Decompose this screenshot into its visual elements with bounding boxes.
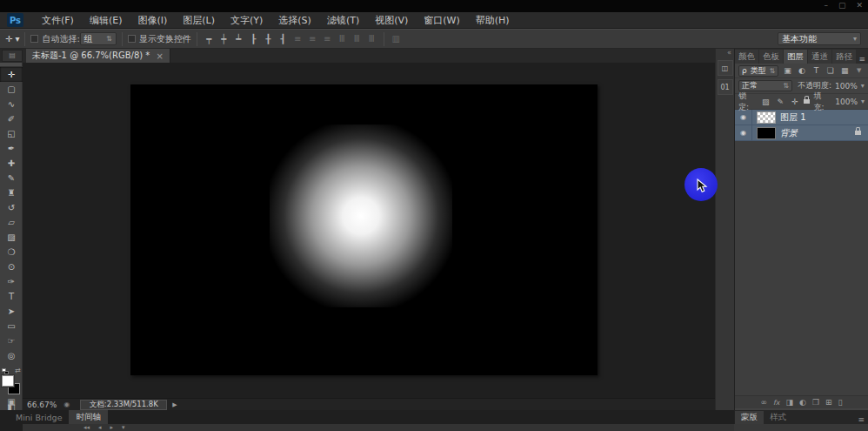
pen-tool[interactable]: ✑ — [0, 274, 23, 289]
close-button[interactable]: ✕ — [856, 1, 863, 10]
quick-selection-tool[interactable]: ✐ — [0, 111, 23, 126]
tab-styles[interactable]: 样式 — [764, 411, 792, 424]
visibility-toggle[interactable]: ◉ — [735, 125, 752, 141]
swap-colors-icon[interactable]: ⇄ — [15, 367, 21, 374]
histogram-panel-button[interactable]: ◫ — [718, 60, 733, 76]
menu-filter[interactable]: 滤镜(T) — [319, 13, 367, 28]
tab-color[interactable]: 颜色 — [735, 50, 758, 64]
status-flyout-icon[interactable]: ▶ — [172, 401, 177, 408]
delete-layer-icon[interactable]: ▯ — [838, 398, 843, 407]
lock-position-icon[interactable]: ✛ — [790, 98, 801, 106]
filter-smart-object-icon[interactable]: ▦ — [839, 66, 850, 75]
hand-tool[interactable]: ☞ — [0, 333, 23, 348]
align-vertical-centers-icon[interactable]: ┿ — [217, 34, 230, 44]
menu-layer[interactable]: 图层(L) — [175, 13, 223, 28]
align-left-edges-icon[interactable]: ┠ — [247, 34, 260, 44]
menu-image[interactable]: 图像(I) — [130, 13, 175, 28]
workspace-switcher[interactable]: 基本功能 ▾ — [778, 32, 861, 45]
align-right-edges-icon[interactable]: ┨ — [277, 34, 290, 44]
visibility-toggle[interactable]: ◉ — [735, 110, 752, 125]
link-layers-icon[interactable]: ∞ — [760, 398, 767, 407]
filter-type-icon[interactable]: T — [811, 66, 821, 75]
dodge-tool[interactable]: ⊙ — [0, 259, 23, 274]
zoom-percentage[interactable]: 66.67% — [27, 401, 57, 409]
menu-view[interactable]: 视图(V) — [367, 13, 416, 28]
auto-select-checkbox[interactable] — [30, 35, 38, 43]
zoom-tool[interactable]: ◎ — [0, 348, 23, 363]
foreground-color-swatch[interactable] — [2, 375, 14, 387]
panel-menu-icon[interactable]: ≡ — [858, 55, 868, 64]
tab-timeline[interactable]: 时间轴 — [69, 410, 108, 424]
info-panel-button[interactable]: 01 — [718, 79, 733, 95]
layer-thumbnail[interactable] — [757, 127, 776, 139]
distribute-vcenter-icon[interactable]: ≡ — [306, 34, 319, 44]
menu-window[interactable]: 窗口(W) — [416, 13, 467, 28]
layer-name[interactable]: 图层 1 — [780, 111, 806, 124]
auto-align-icon[interactable]: ▥ — [390, 34, 403, 44]
clone-stamp-tool[interactable]: ♜ — [0, 185, 23, 200]
show-transform-checkbox[interactable] — [128, 35, 136, 43]
distribute-bottom-icon[interactable]: ≡ — [321, 34, 334, 44]
screen-mode-button[interactable]: ▣ — [0, 394, 23, 408]
menu-type[interactable]: 文字(Y) — [223, 13, 270, 28]
filter-kind-dropdown[interactable]: ρ 类型 ⇅ — [738, 65, 778, 77]
type-tool[interactable]: T — [0, 289, 23, 304]
prev-frame-icon[interactable]: ◂ — [98, 424, 102, 431]
tab-paths[interactable]: 路径 — [832, 50, 856, 64]
gradient-tool[interactable]: ▨ — [0, 230, 23, 245]
minimize-button[interactable]: – — [824, 1, 828, 10]
lock-transparency-icon[interactable]: ▨ — [760, 98, 771, 106]
distribute-hcenter-icon[interactable]: Ⅲ — [351, 34, 364, 44]
filter-adjustment-icon[interactable]: ◐ — [797, 66, 807, 75]
new-layer-icon[interactable]: ⊞ — [825, 398, 832, 407]
fill-value[interactable]: 100% — [835, 98, 858, 106]
distribute-right-icon[interactable]: Ⅲ — [365, 34, 378, 44]
distribute-left-icon[interactable]: Ⅲ — [336, 34, 349, 44]
layer-style-icon[interactable]: fx — [773, 399, 780, 407]
brush-tool[interactable]: ✎ — [0, 171, 23, 185]
align-horizontal-centers-icon[interactable]: ╂ — [262, 34, 275, 44]
tab-masks[interactable]: 蒙版 — [735, 411, 764, 424]
tab-list-button[interactable]: ▤ — [2, 50, 23, 62]
filter-shape-icon[interactable]: ❏ — [825, 66, 836, 75]
crop-tool[interactable]: ◱ — [0, 126, 23, 141]
lock-all-icon[interactable] — [804, 99, 810, 104]
lasso-tool[interactable]: ∿ — [0, 97, 23, 111]
align-bottom-edges-icon[interactable]: ┷ — [232, 34, 245, 44]
blur-tool[interactable]: ❍ — [0, 245, 23, 259]
tool-preset-picker[interactable]: ✛ ▾ — [5, 34, 19, 44]
dropdown-icon[interactable]: ▾ — [122, 424, 125, 431]
filter-toggle-icon[interactable]: ▼ — [854, 67, 865, 74]
layer-mask-icon[interactable]: ◨ — [786, 398, 794, 407]
layer-thumbnail[interactable] — [757, 111, 776, 124]
restore-button[interactable]: ▢ — [838, 1, 846, 10]
menu-file[interactable]: 文件(F) — [34, 13, 82, 28]
auto-select-target-dropdown[interactable]: 组 ⇅ — [80, 32, 117, 45]
lock-paint-icon[interactable]: ✎ — [775, 98, 786, 106]
panel-menu-icon[interactable]: ≡ — [858, 415, 868, 424]
document-info[interactable]: 文档:2.33M/511.8K — [80, 400, 167, 410]
first-frame-icon[interactable]: ◂◂ — [83, 424, 90, 431]
chevron-down-icon[interactable]: ▾ — [861, 98, 865, 105]
chevron-down-icon[interactable]: ▾ — [861, 82, 865, 90]
align-top-edges-icon[interactable]: ┯ — [203, 34, 216, 44]
healing-brush-tool[interactable]: ✚ — [0, 156, 23, 171]
path-selection-tool[interactable]: ➤ — [0, 304, 23, 319]
new-group-icon[interactable]: ❐ — [812, 398, 819, 407]
menu-edit[interactable]: 编辑(E) — [82, 13, 130, 28]
expand-panels-icon[interactable]: « — [716, 49, 734, 57]
default-colors-button[interactable] — [2, 368, 9, 374]
document-canvas[interactable] — [130, 84, 598, 375]
distribute-top-icon[interactable]: ≡ — [291, 34, 304, 44]
eraser-tool[interactable]: ▱ — [0, 215, 23, 230]
tab-mini-bridge[interactable]: Mini Bridge — [9, 410, 69, 424]
move-tool[interactable]: ✛ — [0, 67, 23, 82]
tab-channels[interactable]: 通道 — [808, 50, 831, 64]
layer-row-background[interactable]: ◉ 背景 — [735, 125, 868, 141]
filter-image-icon[interactable]: ▣ — [782, 66, 792, 75]
tab-layers[interactable]: 图层 — [784, 50, 807, 64]
history-brush-tool[interactable]: ↺ — [0, 200, 23, 215]
tab-swatches[interactable]: 色板 — [759, 50, 783, 64]
menu-select[interactable]: 选择(S) — [270, 13, 319, 28]
play-icon[interactable]: ▸ — [110, 424, 114, 431]
